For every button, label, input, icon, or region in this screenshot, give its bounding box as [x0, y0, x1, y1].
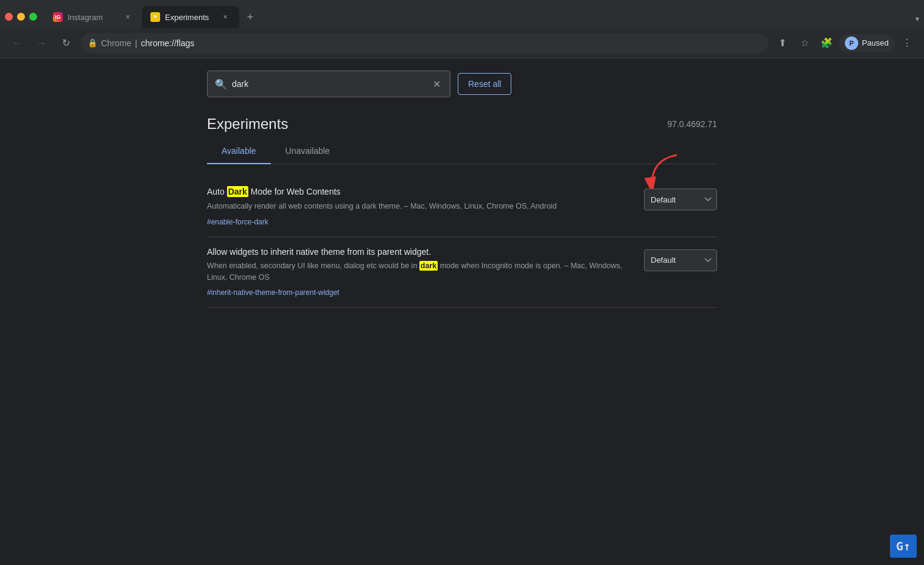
- new-tab-button[interactable]: +: [242, 9, 259, 26]
- flag-control-auto-dark: Default Enabled Disabled: [644, 186, 717, 210]
- forward-button[interactable]: →: [32, 33, 51, 53]
- clear-search-button[interactable]: ✕: [430, 78, 443, 90]
- tab-instagram-label: Instagram: [68, 13, 117, 22]
- flag-info-inherit-theme: Allow widgets to inherit native theme fr…: [207, 247, 632, 298]
- experiments-header: Experiments 97.0.4692.71: [207, 103, 717, 139]
- toolbar-right: ⬆ ☆ 🧩 P Paused ⋮: [773, 33, 917, 53]
- window-controls: [5, 13, 44, 28]
- flag-desc-highlight-2: dark: [419, 261, 438, 271]
- flag-title-auto-dark: Auto Dark Mode for Web Contents: [207, 186, 632, 197]
- tab-available[interactable]: Available: [207, 139, 271, 164]
- back-icon: ←: [12, 38, 22, 49]
- back-button[interactable]: ←: [7, 33, 27, 53]
- flag-title-suffix-1: Mode for Web Contents: [248, 187, 340, 196]
- tabs-dropdown-icon[interactable]: ▾: [915, 15, 919, 23]
- search-input[interactable]: [232, 79, 425, 89]
- flag-link-auto-dark[interactable]: #enable-force-dark: [207, 218, 268, 226]
- extensions-icon: 🧩: [821, 37, 833, 49]
- flag-item-auto-dark-mode: Auto Dark Mode for Web Contents Automati…: [207, 176, 717, 237]
- search-icon: 🔍: [215, 78, 227, 90]
- forward-icon: →: [37, 38, 46, 49]
- flag-desc-prefix-2: When enabled, secondary UI like menu, di…: [207, 262, 419, 270]
- experiments-favicon-icon: ⚑: [150, 12, 160, 22]
- share-button[interactable]: ⬆: [773, 33, 793, 53]
- tab-instagram-close-icon[interactable]: ×: [122, 12, 133, 23]
- watermark: G↑: [890, 535, 917, 558]
- url-chrome-text: Chrome: [101, 38, 131, 48]
- menu-button[interactable]: ⋮: [897, 33, 917, 53]
- flag-link-inherit-theme[interactable]: #inherit-native-theme-from-parent-widget: [207, 288, 339, 297]
- watermark-icon: G↑: [890, 535, 917, 558]
- tabs-area: IG Instagram × ⚑ Experiments × +: [44, 6, 919, 28]
- flag-info-auto-dark: Auto Dark Mode for Web Contents Automati…: [207, 186, 632, 227]
- content-tabs: Available Unavailable: [207, 139, 717, 164]
- minimize-button[interactable]: [17, 13, 25, 21]
- flag-select-inherit-theme[interactable]: Default Enabled Disabled: [644, 249, 717, 271]
- bookmark-button[interactable]: ☆: [795, 33, 814, 53]
- flag-select-auto-dark[interactable]: Default Enabled Disabled: [644, 189, 717, 210]
- tab-experiments-label: Experiments: [165, 13, 215, 22]
- tab-experiments[interactable]: ⚑ Experiments ×: [142, 6, 239, 28]
- version-text: 97.0.4692.71: [667, 119, 717, 129]
- url-text: Chrome | chrome://flags: [101, 38, 194, 48]
- flag-title-prefix-1: Auto: [207, 187, 227, 196]
- close-button[interactable]: [5, 13, 13, 21]
- url-path-text: chrome://flags: [141, 38, 194, 48]
- maximize-button[interactable]: [29, 13, 37, 21]
- lock-icon: 🔒: [88, 38, 97, 47]
- reload-icon: ↻: [62, 37, 70, 49]
- flag-item-inherit-theme: Allow widgets to inherit native theme fr…: [207, 237, 717, 308]
- reset-all-button[interactable]: Reset all: [458, 73, 511, 95]
- profile-button[interactable]: P Paused: [839, 34, 895, 52]
- share-icon: ⬆: [779, 37, 786, 49]
- title-bar: IG Instagram × ⚑ Experiments × + ▾: [0, 0, 924, 28]
- menu-icon: ⋮: [902, 37, 912, 49]
- tab-experiments-close-icon[interactable]: ×: [220, 12, 231, 23]
- flag-title-highlight-1: Dark: [227, 186, 248, 197]
- reload-button[interactable]: ↻: [56, 33, 75, 53]
- search-section: 🔍 ✕ Reset all: [207, 58, 717, 103]
- profile-label: Paused: [862, 38, 889, 47]
- url-separator: |: [135, 38, 138, 48]
- flag-controls-wrapper-1: Default Enabled Disabled: [644, 186, 717, 210]
- flag-desc-auto-dark: Automatically render all web contents us…: [207, 201, 632, 212]
- bookmark-icon: ☆: [800, 37, 809, 49]
- tab-instagram[interactable]: IG Instagram ×: [44, 6, 142, 28]
- tab-unavailable[interactable]: Unavailable: [271, 139, 345, 164]
- url-bar[interactable]: 🔒 Chrome | chrome://flags: [80, 33, 768, 54]
- address-bar: ← → ↻ 🔒 Chrome | chrome://flags ⬆ ☆ 🧩 P …: [0, 28, 924, 58]
- page-title: Experiments: [207, 116, 288, 133]
- avatar: P: [845, 36, 858, 50]
- flag-control-inherit-theme: Default Enabled Disabled: [644, 247, 717, 271]
- flag-title-text-2: Allow widgets to inherit native theme fr…: [207, 247, 431, 257]
- flag-title-inherit-theme: Allow widgets to inherit native theme fr…: [207, 247, 632, 257]
- flags-search-bar[interactable]: 🔍 ✕: [207, 71, 450, 97]
- flag-desc-inherit-theme: When enabled, secondary UI like menu, di…: [207, 260, 632, 283]
- main-content: 🔍 ✕ Reset all Experiments 97.0.4692.71 A…: [0, 58, 924, 308]
- extensions-button[interactable]: 🧩: [817, 33, 836, 53]
- instagram-favicon-icon: IG: [53, 12, 63, 22]
